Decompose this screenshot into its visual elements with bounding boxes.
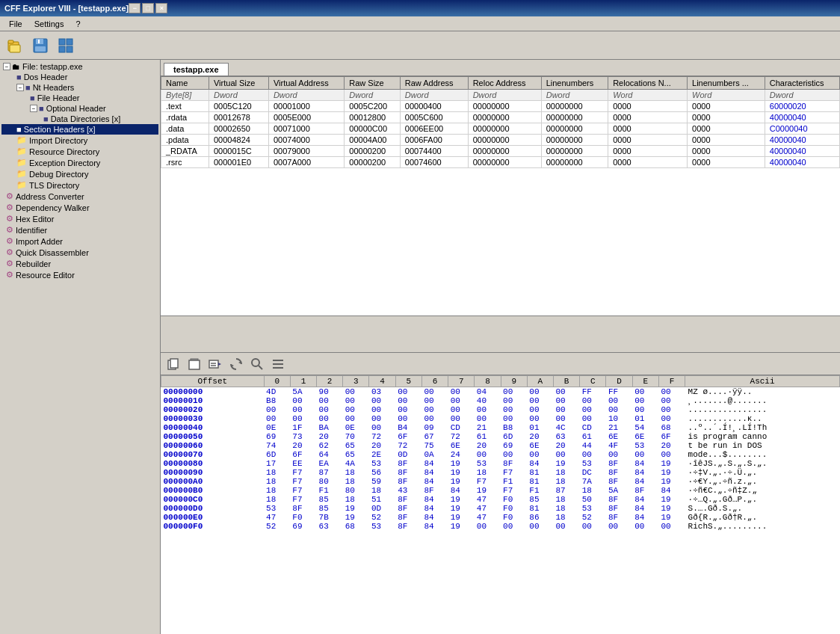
hex-byte[interactable]: 6E [448, 441, 475, 450]
hex-byte[interactable]: 21 [475, 423, 501, 432]
hex-byte[interactable]: 52 [369, 513, 395, 522]
hex-byte[interactable]: 6E [527, 441, 553, 450]
hex-row[interactable]: 00000060742062652072756E20696E20444F5320… [161, 441, 840, 450]
hex-byte[interactable]: 19 [448, 468, 475, 477]
hex-byte[interactable]: FF [606, 387, 632, 397]
hex-byte[interactable]: 50 [580, 495, 606, 504]
hex-byte[interactable]: 84 [421, 504, 448, 513]
hex-byte[interactable]: 5A [290, 387, 316, 397]
hex-byte[interactable]: 40 [475, 396, 501, 405]
sidebar-item-identifier[interactable]: ⚙ Identifier [1, 224, 158, 236]
hex-byte[interactable]: 00 [475, 414, 501, 423]
hex-byte[interactable]: 00 [658, 450, 685, 459]
close-button[interactable]: × [155, 3, 167, 13]
minimize-button[interactable]: − [129, 3, 140, 13]
hex-byte[interactable]: 18 [343, 495, 369, 504]
hex-byte[interactable]: 73 [290, 432, 316, 441]
hex-byte[interactable]: 00 [448, 396, 475, 405]
sidebar-item-hex-editor[interactable]: ⚙ Hex Editor [1, 213, 158, 224]
hex-row[interactable]: 0000002000000000000000000000000000000000… [161, 405, 840, 414]
hex-byte[interactable]: F0 [501, 504, 527, 513]
hex-byte[interactable]: 7B [317, 513, 343, 522]
hex-byte[interactable]: B8 [264, 396, 290, 405]
hex-byte[interactable]: 4F [606, 441, 632, 450]
hex-byte[interactable]: 00 [554, 387, 580, 397]
hex-byte[interactable]: 18 [554, 504, 580, 513]
hex-byte[interactable]: 18 [264, 477, 290, 486]
hex-byte[interactable]: 8F [606, 513, 632, 522]
hex-byte[interactable]: 00 [475, 450, 501, 459]
hex-byte[interactable]: 65 [343, 441, 369, 450]
windows-button[interactable] [54, 34, 78, 58]
hex-byte[interactable]: 84 [527, 459, 553, 468]
hex-byte[interactable]: 8F [606, 504, 632, 513]
hex-row[interactable]: 0000005069732070726F6772616D2063616E6E6F… [161, 432, 840, 441]
hex-byte[interactable]: 00 [527, 450, 553, 459]
hex-byte[interactable]: 19 [343, 513, 369, 522]
hex-byte[interactable]: 56 [369, 468, 395, 477]
hex-row[interactable]: 000000C018F78518518F841947F08518508F8419… [161, 495, 840, 504]
hex-byte[interactable]: 19 [658, 504, 685, 513]
hex-byte[interactable]: 87 [554, 486, 580, 495]
hex-byte[interactable]: 17 [264, 459, 290, 468]
hex-byte[interactable]: 47 [475, 504, 501, 513]
hex-byte[interactable]: 86 [527, 513, 553, 522]
hex-byte[interactable]: 67 [421, 432, 448, 441]
hex-refresh-button[interactable] [226, 355, 246, 373]
hex-byte[interactable]: 00 [343, 405, 369, 414]
sidebar-item-nt-headers[interactable]: − ■ Nt Headers [1, 82, 158, 93]
hex-byte[interactable]: 63 [554, 432, 580, 441]
hex-byte[interactable]: 18 [343, 477, 369, 486]
maximize-button[interactable]: □ [142, 3, 154, 13]
hex-byte[interactable]: CD [448, 423, 475, 432]
hex-row[interactable]: 000000400E1FBA0E00B409CD21B8014CCD215468… [161, 423, 840, 432]
hex-byte[interactable]: 00 [264, 405, 290, 414]
hex-byte[interactable]: 18 [264, 486, 290, 495]
hex-byte[interactable]: 00 [554, 396, 580, 405]
hex-byte[interactable]: 19 [448, 459, 475, 468]
hex-byte[interactable]: 00 [501, 450, 527, 459]
hex-byte[interactable]: 00 [395, 387, 421, 397]
hex-byte[interactable]: 84 [632, 504, 658, 513]
hex-search-button[interactable] [247, 355, 267, 373]
hex-byte[interactable]: 6D [264, 450, 290, 459]
hex-byte[interactable]: 19 [448, 513, 475, 522]
hex-byte[interactable]: EA [317, 459, 343, 468]
hex-byte[interactable]: 84 [421, 459, 448, 468]
sidebar-item-dos-header[interactable]: ■ Dos Header [1, 72, 158, 82]
hex-byte[interactable]: 00 [606, 450, 632, 459]
hex-byte[interactable]: 52 [580, 513, 606, 522]
hex-byte[interactable]: 00 [554, 522, 580, 531]
hex-byte[interactable]: 00 [658, 405, 685, 414]
hex-byte[interactable]: 8F [395, 504, 421, 513]
hex-byte[interactable]: 8F [606, 495, 632, 504]
hex-byte[interactable]: 0A [421, 450, 448, 459]
hex-byte[interactable]: 00 [580, 522, 606, 531]
hex-byte[interactable]: 68 [343, 522, 369, 531]
hex-byte[interactable]: 74 [264, 441, 290, 450]
hex-byte[interactable]: 8F [395, 477, 421, 486]
hex-byte[interactable]: 00 [343, 414, 369, 423]
table-row[interactable]: _RDATA0000015C00079000000002000007440000… [161, 146, 840, 157]
hex-byte[interactable]: 00 [580, 450, 606, 459]
hex-byte[interactable]: 19 [448, 522, 475, 531]
hex-byte[interactable]: 18 [554, 513, 580, 522]
hex-byte[interactable]: F7 [290, 468, 316, 477]
hex-byte[interactable]: 0D [369, 504, 395, 513]
hex-row[interactable]: 000000F052696368538F84190000000000000000… [161, 522, 840, 531]
hex-byte[interactable]: 69 [290, 522, 316, 531]
hex-byte[interactable]: 19 [448, 495, 475, 504]
hex-byte[interactable]: 20 [317, 432, 343, 441]
hex-row[interactable]: 000000E047F07B19528F841947F08618528F8419… [161, 513, 840, 522]
menu-file[interactable]: File [3, 18, 28, 30]
hex-byte[interactable]: 00 [606, 522, 632, 531]
sidebar-item-import-adder[interactable]: ⚙ Import Adder [1, 236, 158, 247]
table-row[interactable]: .rdata000126780005E000000128000005C60000… [161, 112, 840, 123]
hex-byte[interactable]: 00 [343, 387, 369, 397]
hex-byte[interactable]: FF [580, 387, 606, 397]
sidebar-item-section-headers[interactable]: ■ Section Headers [x] [1, 124, 158, 135]
hex-byte[interactable]: F7 [290, 486, 316, 495]
hex-byte[interactable]: B8 [501, 423, 527, 432]
hex-byte[interactable]: 00 [658, 387, 685, 397]
hex-byte[interactable]: 00 [290, 405, 316, 414]
